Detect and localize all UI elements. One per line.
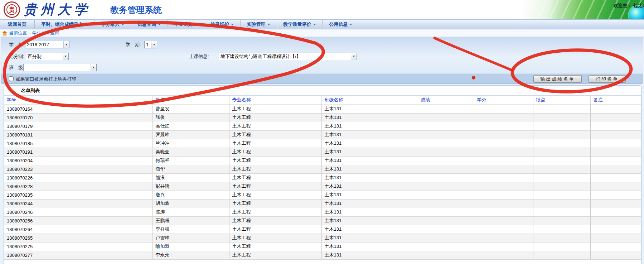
class-select[interactable]: ▼: [23, 64, 97, 71]
column-header-5: 学分: [474, 96, 533, 105]
cell-r2-c6: [533, 122, 590, 130]
chevron-down-icon[interactable]: ▼: [91, 64, 96, 71]
column-header-4: 成绩: [418, 96, 474, 105]
breadcrumb: 当前位置 -- 学生名单查询: [0, 29, 644, 37]
cell-r17-c2: 土木工程: [229, 251, 321, 259]
cell-r11-c0: 1308070244: [4, 199, 152, 208]
cell-r0-c7: [590, 105, 641, 113]
menu-item-0[interactable]: 返回首页: [0, 20, 35, 29]
top-header: 贵 贵州大学 教务管理系统 欢迎您： 包太老: [0, 0, 644, 19]
cell-r9-c2: 土木工程: [229, 182, 321, 191]
chevron-down-icon: ▼: [349, 23, 353, 26]
chevron-down-icon: ▼: [84, 23, 88, 26]
cell-r1-c2: 土木工程: [229, 113, 321, 122]
chevron-down-icon[interactable]: ▼: [351, 53, 357, 60]
cell-r8-c2: 土木工程: [229, 173, 321, 182]
grading-select[interactable]: 百分制 ▼: [26, 53, 69, 60]
chevron-down-icon[interactable]: ▼: [63, 41, 69, 48]
menu-item-label: 毕业论文: [174, 21, 193, 28]
cell-r5-c4: [418, 148, 474, 156]
menu-item-2[interactable]: 小分录入▼: [95, 20, 131, 29]
cell-r4-c0: 1308070185: [4, 139, 152, 148]
column-header-7: 备注: [590, 96, 641, 105]
cell-r5-c2: 土木工程: [229, 148, 321, 156]
list-panel: 名单列表 学号姓名专业名称班级名称成绩学分绩点备注 1308070164曹呈发土…: [4, 85, 641, 264]
cell-r12-c4: [418, 208, 474, 216]
course-select[interactable]: 地下建设结构与隧道工程课程设计【/】 ▼: [219, 53, 357, 60]
cell-r14-c1: 李祥强: [152, 225, 229, 234]
cell-r2-c2: 土木工程: [229, 122, 321, 130]
grading-label: 记分制:: [9, 53, 24, 60]
cell-r15-c3: 土木131: [321, 234, 418, 242]
university-name: 贵州大学: [24, 1, 91, 19]
cell-r14-c7: [590, 225, 641, 234]
student-table: 学号姓名专业名称班级名称成绩学分绩点备注 1308070164曹呈发土木工程土木…: [4, 96, 641, 260]
cell-r13-c7: [590, 216, 641, 225]
chevron-down-icon[interactable]: ▼: [151, 41, 157, 48]
cell-r6-c7: [590, 156, 641, 165]
cell-r9-c4: [418, 182, 474, 191]
cell-r7-c4: [418, 165, 474, 173]
cell-r10-c6: [533, 191, 590, 199]
cell-r11-c4: [418, 199, 474, 208]
class-label: 班 级:: [9, 64, 24, 71]
cell-r8-c1: 熊浪: [152, 173, 229, 182]
menu-item-6[interactable]: 实验管理▼: [241, 20, 277, 29]
cell-r2-c5: [474, 122, 533, 130]
menu-item-8[interactable]: 公用信息▼: [323, 20, 359, 29]
cell-r17-c0: 1308070277: [4, 251, 152, 259]
cell-r11-c5: [474, 199, 533, 208]
cell-r9-c1: 彭井琦: [152, 182, 229, 191]
cell-r4-c1: 兰冲冲: [152, 139, 229, 148]
cell-r8-c6: [533, 173, 590, 182]
menu-item-7[interactable]: 教学质量评价▼: [277, 20, 323, 29]
menu-item-4[interactable]: 毕业论文▼: [168, 20, 204, 29]
cell-r4-c4: [418, 139, 474, 148]
print-block-checkbox[interactable]: [9, 76, 14, 81]
cell-r7-c5: [474, 165, 533, 173]
print-list-button[interactable]: 打印名单: [589, 75, 626, 83]
table-row: 1308070264李祥强土木工程土木131: [4, 225, 641, 234]
column-header-2: 专业名称: [229, 96, 321, 105]
menu-item-1[interactable]: 平时、综合成绩录入▼: [35, 20, 95, 29]
cell-r1-c3: 土木131: [321, 113, 418, 122]
cell-r3-c3: 土木131: [321, 130, 418, 139]
cell-r9-c5: [474, 182, 533, 191]
table-row: 1308070170张俊土木工程土木131: [4, 113, 641, 122]
main-menu: 返回首页平时、综合成绩录入▼小分录入▼信息查询▼毕业论文▼信息维护▼实验管理▼教…: [0, 19, 644, 29]
print-block-checkbox-label[interactable]: 如果窗口被屏蔽打上钩再打印: [16, 76, 76, 82]
cell-r12-c3: 土木131: [321, 208, 418, 216]
cell-r12-c0: 1308070246: [4, 208, 152, 216]
cell-r11-c1: 胡加鑫: [152, 199, 229, 208]
table-row: 1308070164曹呈发土木工程土木131: [4, 105, 641, 113]
course-label: 上课信息:: [189, 53, 209, 60]
term-label: 学 期:: [126, 41, 141, 48]
cell-r13-c5: [474, 216, 533, 225]
chevron-down-icon: ▼: [194, 23, 198, 26]
cell-r3-c6: [533, 130, 590, 139]
list-section-title: 名单列表: [4, 86, 641, 96]
cell-r16-c2: 土木工程: [229, 242, 321, 251]
cell-r8-c3: 土木131: [321, 173, 418, 182]
cell-r10-c0: 1308070235: [4, 191, 152, 199]
column-header-0: 学号: [4, 96, 152, 105]
menu-item-3[interactable]: 信息查询▼: [131, 20, 168, 29]
cell-r1-c7: [590, 113, 641, 122]
table-row: 1308070226熊浪土木工程土木131: [4, 173, 641, 182]
term-select[interactable]: 1 ▼: [144, 41, 157, 48]
cell-r8-c0: 1308070226: [4, 173, 152, 182]
cell-r13-c2: 土木工程: [229, 216, 321, 225]
menu-item-5[interactable]: 信息维护▼: [204, 20, 241, 29]
year-select[interactable]: 2016-2017 ▼: [25, 41, 69, 48]
cell-r5-c7: [590, 148, 641, 156]
table-row: 1308070223包华土木工程土木131: [4, 165, 641, 173]
cell-r2-c3: 土木131: [321, 122, 418, 130]
table-header-row: 学号姓名专业名称班级名称成绩学分绩点备注: [4, 96, 641, 105]
export-score-list-button[interactable]: 输出成绩名单: [533, 75, 582, 83]
cell-r3-c0: 1308070181: [4, 130, 152, 139]
chevron-down-icon[interactable]: ▼: [63, 53, 68, 60]
cell-r17-c1: 李永永: [152, 251, 229, 259]
table-row: 1308070181罗晨峰土木工程土木131: [4, 130, 641, 139]
menu-item-label: 公用信息: [329, 21, 348, 28]
cell-r16-c3: 土木131: [321, 242, 418, 251]
